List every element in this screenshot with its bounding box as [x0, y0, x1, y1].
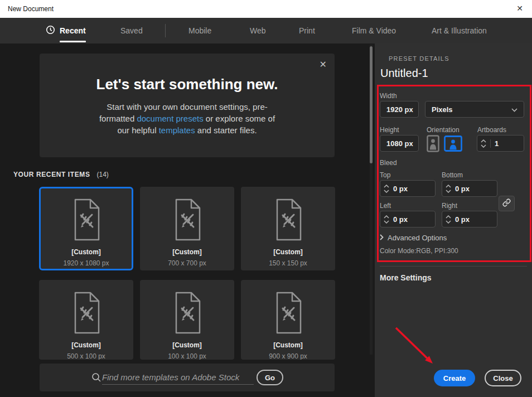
recent-card-700x700[interactable]: [Custom] 700 x 700 px: [140, 187, 234, 270]
chevron-down-icon: [446, 190, 451, 193]
bleed-left-value: 0 px: [393, 215, 408, 224]
height-input[interactable]: 1080 px: [380, 135, 419, 152]
window-titlebar: New Document ✕: [0, 0, 532, 18]
document-preset-icon: [72, 198, 101, 243]
card-size: 700 x 700 px: [140, 259, 234, 267]
recent-card-900x900[interactable]: [Custom] 900 x 900 px: [241, 280, 335, 360]
panel-divider: [380, 266, 527, 267]
recent-items-count: (14): [96, 171, 108, 178]
stepper-arrows[interactable]: [446, 215, 451, 224]
chevron-down-icon: [384, 190, 389, 193]
orientation-landscape-button[interactable]: [444, 135, 462, 154]
hero-line3-post: and starter files.: [195, 125, 257, 135]
bleed-bottom-value: 0 px: [455, 185, 470, 193]
stepper-arrows[interactable]: [481, 139, 491, 148]
chevron-up-icon: [446, 185, 451, 188]
recent-card-100x100[interactable]: [Custom] 100 x 100 px: [140, 280, 234, 360]
width-input[interactable]: 1920 px: [380, 101, 419, 118]
card-label: [Custom]: [241, 341, 335, 349]
templates-link[interactable]: templates: [159, 125, 195, 135]
tab-label: Saved: [120, 26, 143, 35]
bleed-link-button[interactable]: [499, 196, 515, 211]
go-button[interactable]: Go: [257, 370, 283, 385]
bleed-right-stepper[interactable]: 0 px: [442, 211, 497, 227]
hero-line3-pre: our helpful: [117, 125, 158, 135]
bleed-bottom-stepper[interactable]: 0 px: [442, 180, 497, 197]
tab-divider: [165, 24, 166, 37]
height-label: Height: [380, 126, 399, 134]
chevron-up-icon: [384, 185, 389, 188]
bleed-top-stepper[interactable]: 0 px: [380, 180, 436, 197]
window-title: New Document: [8, 5, 54, 13]
chevron-up-icon: [481, 139, 486, 143]
tab-mobile[interactable]: Mobile: [188, 18, 211, 43]
tab-saved[interactable]: Saved: [120, 18, 143, 43]
recent-card-150x150[interactable]: [Custom] 150 x 150 px: [241, 187, 335, 270]
advanced-options-toggle[interactable]: Advanced Options: [380, 234, 447, 242]
tab-recent[interactable]: Recent: [46, 18, 86, 43]
hero-line2-post: or explore some of: [204, 114, 275, 123]
card-label: [Custom]: [140, 248, 234, 256]
search-input[interactable]: [102, 370, 254, 385]
artboards-stepper[interactable]: 1: [477, 135, 524, 152]
landscape-person-icon: [444, 144, 462, 153]
advanced-options-label: Advanced Options: [388, 234, 447, 242]
create-button[interactable]: Create: [434, 370, 475, 386]
recent-items-label: YOUR RECENT ITEMS: [13, 171, 90, 178]
card-label: [Custom]: [39, 341, 133, 349]
bleed-top-value: 0 px: [393, 185, 408, 193]
stepper-arrows[interactable]: [384, 215, 389, 224]
category-tabbar: Recent Saved Mobile Web Print Film & Vid…: [0, 18, 532, 43]
tab-web[interactable]: Web: [250, 18, 266, 43]
clock-icon: [46, 25, 55, 36]
window-close-button[interactable]: ✕: [514, 4, 525, 13]
recent-card-500x100[interactable]: [Custom] 500 x 100 px: [39, 280, 133, 360]
hero-title: Let's start something new.: [40, 76, 335, 93]
orientation-portrait-button[interactable]: [427, 135, 439, 154]
tab-film-video[interactable]: Film & Video: [352, 18, 396, 43]
card-label: [Custom]: [41, 248, 132, 256]
card-size: 1920 x 1080 px: [41, 259, 132, 267]
chevron-up-icon: [446, 215, 451, 219]
unit-dropdown[interactable]: Pixels: [425, 101, 524, 118]
bleed-right-value: 0 px: [455, 215, 470, 224]
document-name-field[interactable]: Untitled-1: [380, 67, 428, 80]
chevron-down-icon: [446, 220, 451, 224]
bleed-left-stepper[interactable]: 0 px: [380, 211, 436, 227]
document-presets-link[interactable]: document presets: [137, 114, 203, 123]
hero-close-icon[interactable]: ✕: [320, 59, 327, 70]
adobe-stock-search-bar: Go: [40, 364, 335, 391]
card-size: 900 x 900 px: [241, 352, 335, 360]
tab-label: Print: [299, 26, 315, 35]
tab-label: Film & Video: [352, 26, 396, 35]
more-settings-label: More Settings: [380, 273, 432, 282]
link-icon: [502, 198, 511, 209]
chevron-down-icon: [511, 105, 518, 114]
stepper-arrows[interactable]: [384, 185, 389, 193]
scrollbar-thumb[interactable]: [370, 46, 373, 163]
bleed-left-label: Left: [380, 202, 391, 210]
artboards-label: Artboards: [477, 126, 506, 134]
recent-card-1920x1080[interactable]: [Custom] 1920 x 1080 px: [39, 187, 133, 270]
new-document-dialog: New Document ✕ Recent Saved Mobile Web P…: [0, 0, 532, 397]
color-mode-text: Color Mode:RGB, PPI:300: [380, 247, 458, 255]
card-label: [Custom]: [241, 248, 335, 256]
close-button[interactable]: Close: [485, 370, 521, 386]
stepper-arrows[interactable]: [446, 185, 451, 193]
document-preset-icon: [72, 292, 101, 336]
tab-label: Mobile: [188, 26, 211, 35]
card-size: 150 x 150 px: [241, 259, 335, 267]
tab-art-illustration[interactable]: Art & Illustration: [432, 18, 487, 43]
artboards-value: 1: [495, 139, 499, 148]
chevron-right-icon: [380, 234, 384, 242]
bleed-right-label: Right: [442, 202, 457, 210]
orientation-label: Orientation: [427, 126, 460, 134]
tab-label: Web: [250, 26, 266, 35]
chevron-down-icon: [384, 220, 389, 224]
document-preset-icon: [274, 292, 303, 336]
card-size: 100 x 100 px: [140, 352, 234, 360]
preset-details-panel: PRESET DETAILS Untitled-1 Width 1920 px …: [375, 43, 532, 397]
width-label: Width: [380, 92, 397, 100]
search-icon: [91, 372, 101, 385]
tab-print[interactable]: Print: [299, 18, 315, 43]
